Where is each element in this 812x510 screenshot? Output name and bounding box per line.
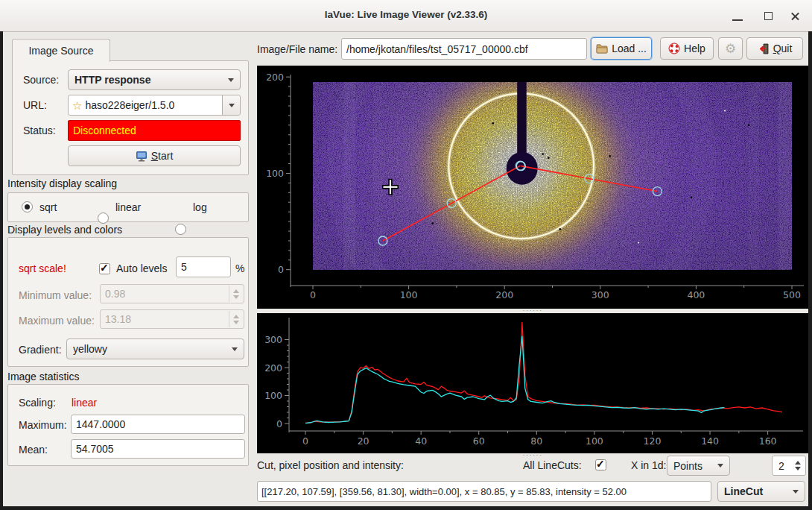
svg-text:300: 300 — [264, 334, 282, 345]
levels-groupbox: sqrt scale! ✓ Auto levels 5 % Minimum va… — [7, 237, 249, 367]
spinner-arrows-icon[interactable] — [791, 457, 805, 474]
section-title-scaling: Intensity display scaling — [7, 177, 117, 189]
gear-icon: ⚙ — [725, 42, 736, 55]
minimize-icon[interactable] — [730, 10, 745, 23]
url-label: URL: — [23, 99, 47, 111]
url-combo[interactable]: ☆ haso228eiger/1.5.0 — [68, 95, 241, 116]
linecut-intensity-plot[interactable]: 0100200300020406080100120140160 — [257, 313, 808, 453]
chevron-down-icon — [228, 78, 234, 82]
settings-button[interactable]: ⚙ — [718, 37, 743, 60]
radio-linear-label: linear — [115, 201, 141, 213]
check-icon: ✓ — [100, 262, 109, 274]
svg-text:80: 80 — [530, 435, 542, 447]
svg-text:100: 100 — [400, 289, 418, 300]
percent-label: % — [235, 262, 244, 274]
start-button[interactable]: Start — [68, 145, 241, 166]
window-frame-left — [0, 31, 3, 510]
maximum-value: 13.18 — [105, 313, 131, 325]
gradient-select[interactable]: yellowy — [66, 339, 244, 359]
cut-info-label: Cut, pixel position and intensity: — [257, 459, 404, 471]
load-button-label: Load ... — [612, 42, 647, 54]
url-dropdown-button[interactable] — [222, 95, 240, 115]
maximum-spinbox: 13.18 — [100, 309, 244, 329]
svg-text:40: 40 — [415, 435, 427, 447]
chevron-down-icon — [793, 490, 799, 494]
check-icon: ✓ — [596, 458, 605, 470]
cut-count-spinbox[interactable]: 2 — [772, 456, 806, 476]
titlebar: laVue: Live Image Viewer (v2.33.6) — [0, 0, 812, 32]
splitter-handle[interactable]: ······ — [518, 308, 548, 312]
stats-scaling-value: linear — [72, 397, 97, 409]
tool-select[interactable]: LineCut — [717, 481, 805, 502]
stats-mean-label: Mean: — [19, 444, 48, 456]
quit-button-label: Quit — [773, 42, 793, 54]
svg-text:200: 200 — [264, 362, 282, 374]
scale-note: sqrt scale! — [19, 262, 66, 274]
auto-levels-label: Auto levels — [116, 262, 167, 274]
auto-levels-input[interactable]: 5 — [176, 256, 231, 277]
maximize-icon[interactable] — [761, 10, 776, 23]
chevron-down-icon — [229, 104, 235, 107]
svg-text:140: 140 — [701, 435, 719, 447]
tab-image-source[interactable]: Image Source — [12, 39, 110, 62]
status-value: Disconnected — [73, 125, 136, 136]
main-image-plot[interactable]: 01002000100200300400500 — [257, 66, 808, 309]
lifering-help-icon — [668, 42, 680, 54]
splitter-handle[interactable]: ······ — [518, 453, 548, 457]
x-in-1d-select[interactable]: Points — [667, 456, 730, 476]
svg-text:300: 300 — [591, 289, 609, 300]
favorite-star-icon[interactable]: ☆ — [72, 100, 82, 111]
load-button[interactable]: Load ... — [591, 37, 652, 60]
exit-door-icon — [758, 43, 770, 54]
spinner-arrows-icon — [229, 311, 243, 327]
stats-mean-value: 54.7005 — [76, 443, 114, 455]
all-linecuts-checkbox[interactable]: ✓ — [595, 459, 606, 470]
radio-linear[interactable] — [98, 212, 109, 224]
stats-maximum-field[interactable]: 1447.0000 — [71, 415, 245, 434]
radio-sqrt[interactable] — [22, 201, 33, 212]
svg-text:20: 20 — [358, 435, 369, 447]
status-label: Status: — [23, 125, 56, 136]
source-select[interactable]: HTTP response — [68, 69, 241, 90]
url-value: haso228eiger/1.5.0 — [85, 99, 240, 111]
cut-info-field[interactable]: [[217.20, 107.59], [359.56, 81.30], widt… — [257, 481, 711, 502]
svg-text:0: 0 — [276, 418, 282, 429]
auto-levels-checkbox[interactable]: ✓ — [99, 263, 110, 274]
svg-text:0: 0 — [310, 289, 316, 300]
close-icon[interactable] — [788, 10, 803, 23]
svg-text:0: 0 — [302, 435, 308, 447]
source-value: HTTP response — [74, 74, 228, 86]
help-button[interactable]: Help — [660, 37, 714, 60]
curve-2 — [305, 336, 725, 424]
x-in-1d-label: X in 1d: — [631, 459, 666, 471]
file-name-input[interactable]: /home/jkotan/files/tst_05717_00000.cbf — [341, 38, 587, 60]
minimum-value: 0.98 — [105, 288, 125, 300]
spinner-arrows-icon — [229, 286, 243, 302]
svg-text:500: 500 — [783, 289, 801, 300]
chevron-down-icon — [717, 464, 723, 468]
cut-count-value: 2 — [778, 460, 784, 472]
cut-info-value: [[217.20, 107.59], [359.56, 81.30], widt… — [261, 486, 627, 497]
monitor-icon — [136, 151, 148, 162]
x-in-1d-value: Points — [673, 460, 717, 472]
stats-mean-field[interactable]: 54.7005 — [71, 439, 245, 459]
minimum-label: Minimum value: — [19, 289, 92, 301]
source-label: Source: — [23, 74, 59, 86]
status-badge: Disconnected — [68, 120, 241, 141]
svg-text:100: 100 — [264, 390, 282, 401]
file-name-value: /home/jkotan/files/tst_05717_00000.cbf — [346, 43, 528, 55]
stats-maximum-value: 1447.0000 — [76, 418, 125, 430]
radio-log-label: log — [193, 201, 207, 213]
gradient-label: Gradient: — [19, 344, 62, 356]
radio-log[interactable] — [175, 224, 186, 235]
auto-levels-value: 5 — [181, 261, 187, 273]
all-linecuts-label: All LineCuts: — [523, 459, 582, 471]
quit-button[interactable]: Quit — [746, 37, 803, 60]
stats-scaling-label: Scaling: — [19, 397, 56, 409]
svg-text:200: 200 — [266, 72, 284, 83]
svg-text:400: 400 — [687, 289, 705, 300]
window-title: laVue: Live Image Viewer (v2.33.6) — [0, 9, 812, 20]
svg-text:120: 120 — [644, 435, 662, 447]
image-source-groupbox: Source: HTTP response URL: ☆ haso228eige… — [12, 60, 249, 175]
minimum-spinbox: 0.98 — [100, 284, 244, 303]
